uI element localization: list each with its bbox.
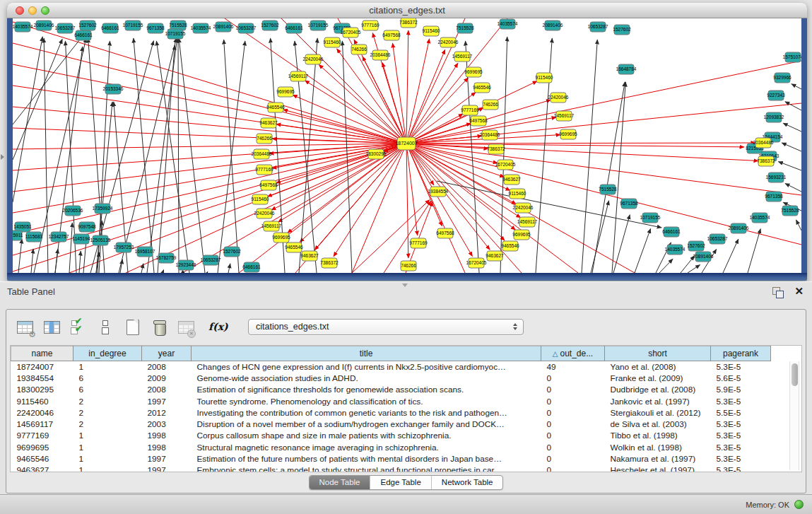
tab-node-table[interactable]: Node Table bbox=[310, 476, 370, 489]
table-cell[interactable]: 14569117 bbox=[11, 419, 73, 430]
table-cell[interactable]: 9115460 bbox=[11, 395, 73, 407]
table-cell[interactable]: 2008 bbox=[142, 361, 192, 373]
graph-node[interactable] bbox=[514, 230, 529, 240]
graph-node[interactable] bbox=[51, 232, 66, 242]
table-cell[interactable]: 9463627 bbox=[11, 465, 73, 472]
table-cell[interactable]: 0 bbox=[541, 442, 605, 453]
graph-node[interactable] bbox=[57, 23, 73, 33]
graph-node[interactable] bbox=[775, 73, 790, 83]
column-header-in_degree[interactable]: in_degree bbox=[73, 346, 142, 361]
graph-node[interactable] bbox=[363, 21, 378, 30]
tab-edge-table[interactable]: Edge Table bbox=[370, 476, 430, 489]
table-cell[interactable]: Wolkin et al. (1998) bbox=[605, 442, 711, 453]
graph-node[interactable] bbox=[262, 21, 278, 30]
table-cell[interactable]: 9699695 bbox=[11, 442, 73, 453]
graph-node[interactable] bbox=[664, 227, 679, 237]
column-header-pagerank[interactable]: pagerank bbox=[711, 346, 771, 361]
table-cell[interactable]: 5.5E-5 bbox=[711, 407, 771, 419]
graph-node[interactable] bbox=[519, 217, 535, 227]
graph-node[interactable] bbox=[551, 93, 566, 103]
table-cell[interactable]: Estimation of the future numbers of pati… bbox=[192, 453, 541, 465]
column-header-title[interactable]: title bbox=[192, 346, 541, 361]
table-row[interactable]: 2242004622012Investigating the contribut… bbox=[11, 407, 771, 419]
new-table-icon[interactable] bbox=[124, 317, 142, 337]
table-cell[interactable]: Stergiakouli et al. (2012) bbox=[605, 407, 711, 419]
table-cell[interactable]: 1997 bbox=[142, 453, 192, 465]
graph-node[interactable] bbox=[397, 137, 416, 150]
graph-node[interactable] bbox=[667, 245, 683, 255]
tab-network-table[interactable]: Network Table bbox=[431, 476, 503, 489]
graph-node[interactable] bbox=[257, 165, 272, 175]
graph-node[interactable] bbox=[766, 112, 782, 122]
graph-node[interactable] bbox=[556, 111, 572, 121]
graph-node[interactable] bbox=[545, 21, 560, 30]
graph-node[interactable] bbox=[430, 187, 446, 197]
graph-node[interactable] bbox=[158, 253, 174, 263]
graph-node[interactable] bbox=[440, 37, 456, 47]
column-header-out_de[interactable]: △out_de... bbox=[541, 346, 605, 361]
graph-node[interactable] bbox=[498, 160, 513, 170]
table-cell[interactable]: 1 bbox=[73, 430, 142, 441]
graph-node[interactable] bbox=[310, 21, 326, 30]
graph-node[interactable] bbox=[65, 206, 81, 216]
graph-node[interactable] bbox=[351, 45, 367, 54]
graph-node[interactable] bbox=[224, 247, 240, 257]
graph-node[interactable] bbox=[73, 234, 89, 244]
graph-node[interactable] bbox=[238, 23, 254, 33]
graph-node[interactable] bbox=[618, 64, 634, 74]
graph-node[interactable] bbox=[286, 243, 302, 252]
close-panel-icon[interactable]: ✕ bbox=[794, 285, 804, 298]
table-cell[interactable]: Changes of HCN gene expression and I(f) … bbox=[192, 361, 541, 373]
graph-node[interactable] bbox=[710, 234, 725, 244]
table-settings-icon[interactable] bbox=[16, 317, 35, 337]
graph-node[interactable] bbox=[504, 175, 519, 185]
graph-node[interactable] bbox=[755, 138, 771, 148]
graph-node[interactable] bbox=[273, 233, 289, 243]
graph-node[interactable] bbox=[305, 54, 321, 64]
table-cell[interactable]: 5.9E-5 bbox=[711, 384, 771, 395]
table-cell[interactable]: 2 bbox=[73, 419, 142, 430]
graph-node[interactable] bbox=[483, 100, 498, 110]
graph-node[interactable] bbox=[261, 180, 276, 190]
select-columns-icon[interactable] bbox=[43, 317, 61, 337]
table-cell[interactable]: 5.3E-5 bbox=[711, 419, 771, 430]
table-cell[interactable]: 5.3E-5 bbox=[711, 430, 771, 441]
graph-node[interactable] bbox=[471, 116, 486, 126]
window-titlebar[interactable]: citations_edges.txt bbox=[7, 3, 807, 18]
graph-node[interactable] bbox=[105, 84, 121, 94]
row-height-icon[interactable] bbox=[97, 317, 115, 337]
table-cell[interactable]: Genome-wide association studies in ADHD. bbox=[192, 373, 541, 384]
table-cell[interactable]: Disruption of a novel member of a sodium… bbox=[192, 419, 541, 430]
graph-node[interactable] bbox=[268, 103, 283, 112]
table-cell[interactable]: 6 bbox=[73, 384, 142, 395]
table-cell[interactable]: 2003 bbox=[142, 419, 192, 430]
graph-node[interactable] bbox=[487, 251, 502, 261]
graph-node[interactable] bbox=[261, 118, 276, 128]
table-cell[interactable]: 18300295 bbox=[11, 384, 73, 395]
table-cell[interactable]: Corpus callosum shape and size in male p… bbox=[192, 430, 541, 441]
table-cell[interactable]: 2008 bbox=[142, 384, 192, 395]
vertical-scrollbar[interactable] bbox=[789, 361, 799, 470]
table-cell[interactable]: 1 bbox=[73, 465, 142, 472]
graph-node[interactable] bbox=[148, 23, 163, 33]
graph-node[interactable] bbox=[510, 189, 525, 199]
graph-node[interactable] bbox=[193, 23, 208, 33]
graph-node[interactable] bbox=[515, 203, 531, 213]
table-cell[interactable]: Embryonic stem cells: a model to study s… bbox=[192, 465, 541, 472]
table-cell[interactable]: Tibbo et al. (1998) bbox=[605, 430, 711, 441]
column-header-short[interactable]: short bbox=[605, 346, 711, 361]
graph-node[interactable] bbox=[254, 149, 269, 159]
graph-node[interactable] bbox=[621, 199, 637, 209]
table-cell[interactable]: 0 bbox=[541, 430, 605, 441]
table-cell[interactable]: Structural magnetic resonance image aver… bbox=[192, 442, 541, 453]
graph-node[interactable] bbox=[257, 209, 272, 218]
select-rows-icon[interactable] bbox=[70, 317, 88, 337]
graph-node[interactable] bbox=[343, 28, 358, 37]
table-cell[interactable]: 9777169 bbox=[11, 430, 73, 441]
graph-node[interactable] bbox=[488, 144, 504, 154]
graph-node[interactable] bbox=[590, 22, 606, 32]
table-cell[interactable]: 5.3E-5 bbox=[711, 442, 771, 453]
graph-node[interactable] bbox=[36, 21, 52, 30]
table-cell[interactable]: 1998 bbox=[142, 442, 192, 453]
table-cell[interactable]: 18724007 bbox=[11, 361, 73, 373]
